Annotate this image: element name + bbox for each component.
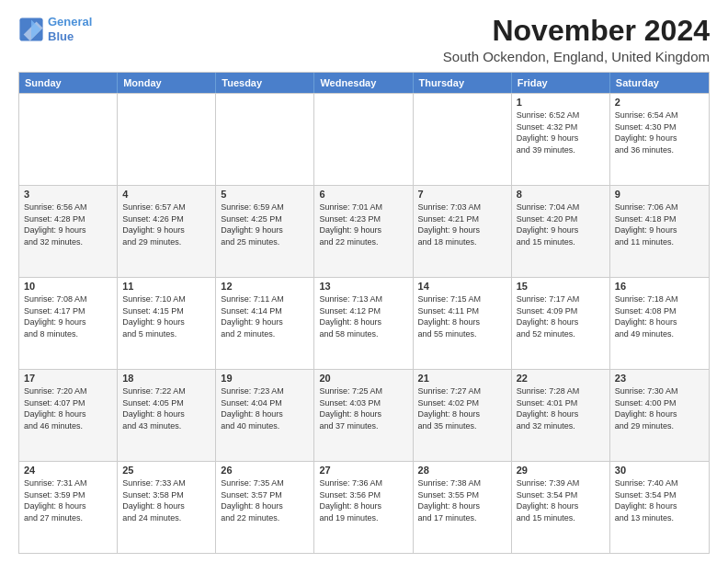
day-cell-10: 10Sunrise: 7:08 AM Sunset: 4:17 PM Dayli… <box>19 278 118 369</box>
day-cell-28: 28Sunrise: 7:38 AM Sunset: 3:55 PM Dayli… <box>414 462 512 553</box>
header: General Blue November 2024 South Ockendo… <box>18 15 710 64</box>
day-info: Sunrise: 7:38 AM Sunset: 3:55 PM Dayligh… <box>418 477 506 523</box>
calendar-row-4: 24Sunrise: 7:31 AM Sunset: 3:59 PM Dayli… <box>19 461 709 553</box>
empty-cell-r0-c1 <box>118 94 216 185</box>
day-number: 12 <box>221 281 309 292</box>
day-number: 18 <box>122 373 210 384</box>
day-cell-24: 24Sunrise: 7:31 AM Sunset: 3:59 PM Dayli… <box>19 462 118 553</box>
day-cell-29: 29Sunrise: 7:39 AM Sunset: 3:54 PM Dayli… <box>512 462 610 553</box>
header-day-sunday: Sunday <box>19 73 118 93</box>
empty-cell-r0-c0 <box>19 94 118 185</box>
day-cell-14: 14Sunrise: 7:15 AM Sunset: 4:11 PM Dayli… <box>414 278 512 369</box>
header-day-saturday: Saturday <box>610 73 709 93</box>
day-number: 17 <box>24 373 112 384</box>
day-cell-11: 11Sunrise: 7:10 AM Sunset: 4:15 PM Dayli… <box>118 278 216 369</box>
day-cell-8: 8Sunrise: 7:04 AM Sunset: 4:20 PM Daylig… <box>512 186 610 277</box>
calendar-row-0: 1Sunrise: 6:52 AM Sunset: 4:32 PM Daylig… <box>19 93 709 185</box>
logo-icon <box>18 17 44 42</box>
day-info: Sunrise: 7:03 AM Sunset: 4:21 PM Dayligh… <box>418 201 506 247</box>
day-number: 4 <box>122 189 210 200</box>
day-number: 8 <box>517 189 605 200</box>
day-cell-18: 18Sunrise: 7:22 AM Sunset: 4:05 PM Dayli… <box>118 370 216 461</box>
day-info: Sunrise: 7:13 AM Sunset: 4:12 PM Dayligh… <box>319 293 407 339</box>
day-number: 25 <box>122 465 210 476</box>
day-info: Sunrise: 6:54 AM Sunset: 4:30 PM Dayligh… <box>615 109 704 155</box>
day-info: Sunrise: 7:36 AM Sunset: 3:56 PM Dayligh… <box>319 477 407 523</box>
logo-line2: Blue <box>48 29 74 43</box>
day-number: 2 <box>615 97 704 108</box>
day-number: 23 <box>615 373 704 384</box>
header-day-tuesday: Tuesday <box>216 73 314 93</box>
day-info: Sunrise: 7:11 AM Sunset: 4:14 PM Dayligh… <box>221 293 309 339</box>
day-cell-1: 1Sunrise: 6:52 AM Sunset: 4:32 PM Daylig… <box>512 94 610 185</box>
day-number: 20 <box>319 373 407 384</box>
day-info: Sunrise: 7:30 AM Sunset: 4:00 PM Dayligh… <box>615 385 704 431</box>
day-info: Sunrise: 7:33 AM Sunset: 3:58 PM Dayligh… <box>122 477 210 523</box>
day-info: Sunrise: 7:06 AM Sunset: 4:18 PM Dayligh… <box>615 201 704 247</box>
day-cell-13: 13Sunrise: 7:13 AM Sunset: 4:12 PM Dayli… <box>314 278 413 369</box>
day-number: 19 <box>221 373 309 384</box>
day-info: Sunrise: 7:23 AM Sunset: 4:04 PM Dayligh… <box>221 385 309 431</box>
day-number: 15 <box>517 281 605 292</box>
day-number: 5 <box>221 189 309 200</box>
location-title: South Ockendon, England, United Kingdom <box>443 49 710 64</box>
day-info: Sunrise: 7:20 AM Sunset: 4:07 PM Dayligh… <box>24 385 112 431</box>
day-cell-16: 16Sunrise: 7:18 AM Sunset: 4:08 PM Dayli… <box>610 278 709 369</box>
day-cell-15: 15Sunrise: 7:17 AM Sunset: 4:09 PM Dayli… <box>512 278 610 369</box>
calendar-row-1: 3Sunrise: 6:56 AM Sunset: 4:28 PM Daylig… <box>19 185 709 277</box>
day-info: Sunrise: 7:28 AM Sunset: 4:01 PM Dayligh… <box>517 385 605 431</box>
day-info: Sunrise: 7:08 AM Sunset: 4:17 PM Dayligh… <box>24 293 112 339</box>
day-cell-4: 4Sunrise: 6:57 AM Sunset: 4:26 PM Daylig… <box>118 186 216 277</box>
day-cell-20: 20Sunrise: 7:25 AM Sunset: 4:03 PM Dayli… <box>314 370 413 461</box>
day-info: Sunrise: 7:18 AM Sunset: 4:08 PM Dayligh… <box>615 293 704 339</box>
day-cell-3: 3Sunrise: 6:56 AM Sunset: 4:28 PM Daylig… <box>19 186 118 277</box>
day-info: Sunrise: 6:52 AM Sunset: 4:32 PM Dayligh… <box>517 109 605 155</box>
day-number: 10 <box>24 281 112 292</box>
title-block: November 2024 South Ockendon, England, U… <box>443 15 710 64</box>
day-cell-17: 17Sunrise: 7:20 AM Sunset: 4:07 PM Dayli… <box>19 370 118 461</box>
day-cell-5: 5Sunrise: 6:59 AM Sunset: 4:25 PM Daylig… <box>216 186 314 277</box>
day-info: Sunrise: 7:25 AM Sunset: 4:03 PM Dayligh… <box>319 385 407 431</box>
header-day-monday: Monday <box>118 73 216 93</box>
day-cell-12: 12Sunrise: 7:11 AM Sunset: 4:14 PM Dayli… <box>216 278 314 369</box>
day-number: 1 <box>517 97 605 108</box>
day-number: 26 <box>221 465 309 476</box>
day-number: 6 <box>319 189 407 200</box>
day-cell-25: 25Sunrise: 7:33 AM Sunset: 3:58 PM Dayli… <box>118 462 216 553</box>
empty-cell-r0-c2 <box>216 94 314 185</box>
day-number: 3 <box>24 189 112 200</box>
day-number: 11 <box>122 281 210 292</box>
day-info: Sunrise: 6:59 AM Sunset: 4:25 PM Dayligh… <box>221 201 309 247</box>
day-number: 22 <box>517 373 605 384</box>
calendar-row-2: 10Sunrise: 7:08 AM Sunset: 4:17 PM Dayli… <box>19 277 709 369</box>
empty-cell-r0-c3 <box>314 94 413 185</box>
month-title: November 2024 <box>443 15 710 47</box>
day-cell-21: 21Sunrise: 7:27 AM Sunset: 4:02 PM Dayli… <box>414 370 512 461</box>
empty-cell-r0-c4 <box>414 94 512 185</box>
day-cell-19: 19Sunrise: 7:23 AM Sunset: 4:04 PM Dayli… <box>216 370 314 461</box>
day-cell-22: 22Sunrise: 7:28 AM Sunset: 4:01 PM Dayli… <box>512 370 610 461</box>
day-number: 9 <box>615 189 704 200</box>
day-cell-9: 9Sunrise: 7:06 AM Sunset: 4:18 PM Daylig… <box>610 186 709 277</box>
header-day-thursday: Thursday <box>414 73 512 93</box>
day-number: 24 <box>24 465 112 476</box>
day-number: 7 <box>418 189 506 200</box>
day-number: 13 <box>319 281 407 292</box>
day-info: Sunrise: 6:56 AM Sunset: 4:28 PM Dayligh… <box>24 201 112 247</box>
day-info: Sunrise: 6:57 AM Sunset: 4:26 PM Dayligh… <box>122 201 210 247</box>
day-info: Sunrise: 7:27 AM Sunset: 4:02 PM Dayligh… <box>418 385 506 431</box>
day-cell-30: 30Sunrise: 7:40 AM Sunset: 3:54 PM Dayli… <box>610 462 709 553</box>
logo: General Blue <box>18 15 92 43</box>
day-number: 21 <box>418 373 506 384</box>
day-info: Sunrise: 7:35 AM Sunset: 3:57 PM Dayligh… <box>221 477 309 523</box>
day-cell-7: 7Sunrise: 7:03 AM Sunset: 4:21 PM Daylig… <box>414 186 512 277</box>
day-number: 29 <box>517 465 605 476</box>
calendar-header: SundayMondayTuesdayWednesdayThursdayFrid… <box>19 73 709 93</box>
day-info: Sunrise: 7:04 AM Sunset: 4:20 PM Dayligh… <box>517 201 605 247</box>
day-number: 30 <box>615 465 704 476</box>
day-cell-27: 27Sunrise: 7:36 AM Sunset: 3:56 PM Dayli… <box>314 462 413 553</box>
calendar-row-3: 17Sunrise: 7:20 AM Sunset: 4:07 PM Dayli… <box>19 369 709 461</box>
day-info: Sunrise: 7:17 AM Sunset: 4:09 PM Dayligh… <box>517 293 605 339</box>
day-info: Sunrise: 7:22 AM Sunset: 4:05 PM Dayligh… <box>122 385 210 431</box>
day-number: 27 <box>319 465 407 476</box>
